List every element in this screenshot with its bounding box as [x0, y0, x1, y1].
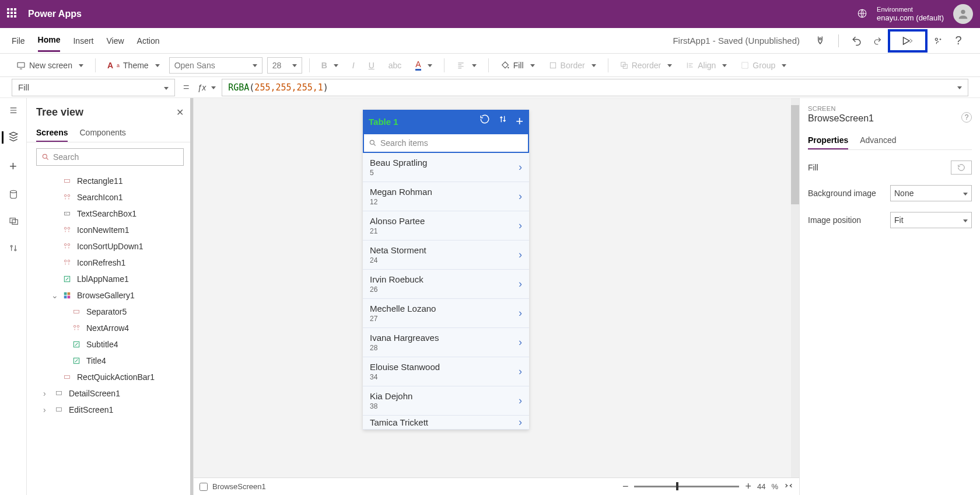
- tree-item[interactable]: ⌄BrowseGallery1: [27, 287, 193, 304]
- tree-item[interactable]: SearchIcon1: [27, 189, 193, 205]
- tab-properties[interactable]: Properties: [808, 132, 848, 149]
- reorder-button[interactable]: Reorder: [615, 58, 677, 72]
- brand-label: Power Apps: [28, 9, 82, 19]
- new-screen-button[interactable]: New screen: [12, 58, 88, 72]
- tree-item[interactable]: Separator5: [27, 304, 193, 320]
- redo-icon[interactable]: [873, 31, 882, 51]
- tree-item[interactable]: TextSearchBox1: [27, 205, 193, 222]
- font-color-button[interactable]: A: [411, 57, 436, 73]
- menu-view[interactable]: View: [106, 30, 124, 51]
- fx-label[interactable]: ƒx: [198, 83, 216, 92]
- tree-item[interactable]: NextArrow4: [27, 320, 193, 336]
- insert-icon[interactable]: +: [9, 159, 17, 174]
- group-button[interactable]: Group: [736, 58, 791, 72]
- tree-item[interactable]: LblAppName1: [27, 271, 193, 287]
- align-button[interactable]: Align: [681, 58, 732, 72]
- tree-item[interactable]: ›DetailScreen1: [27, 385, 193, 402]
- list-item[interactable]: Irvin Roebuck26›: [363, 270, 529, 299]
- tree-tab-components[interactable]: Components: [79, 124, 125, 142]
- tree-view-icon[interactable]: [2, 131, 19, 144]
- tree-item[interactable]: ›EditScreen1: [27, 402, 193, 418]
- tab-advanced[interactable]: Advanced: [860, 132, 896, 149]
- zoom-out-button[interactable]: −: [622, 480, 629, 493]
- zoom-slider[interactable]: [634, 486, 739, 487]
- sort-icon[interactable]: [498, 114, 508, 129]
- app-search-input[interactable]: Search items: [363, 133, 529, 153]
- tree-item[interactable]: IconNewItem1: [27, 222, 193, 238]
- underline-button[interactable]: U: [364, 58, 379, 72]
- data-icon[interactable]: [9, 189, 18, 201]
- canvas-statusbar: BrowseScreen1 − + 44 %: [194, 477, 799, 495]
- list-item[interactable]: Ivana Hargreaves28›: [363, 328, 529, 357]
- tree-search-input[interactable]: Search: [36, 148, 184, 166]
- workarea: + Tree view ✕ Screens Components Search …: [0, 98, 980, 495]
- font-size-select[interactable]: 28: [267, 57, 302, 74]
- tree-item[interactable]: RectQuickActionBar1: [27, 369, 193, 385]
- bold-button[interactable]: B: [317, 58, 343, 72]
- chevron-right-icon: ›: [519, 278, 522, 290]
- tree-tab-screens[interactable]: Screens: [36, 124, 68, 142]
- list-item[interactable]: Alonso Partee21›: [363, 211, 529, 240]
- text-align-button[interactable]: [452, 58, 481, 72]
- app-checker-icon[interactable]: [810, 31, 830, 51]
- border-button[interactable]: Border: [544, 58, 601, 72]
- hamburger-icon[interactable]: [8, 106, 19, 116]
- svg-point-1: [961, 10, 965, 14]
- zoom-in-button[interactable]: +: [745, 480, 751, 493]
- svg-rect-16: [65, 180, 70, 183]
- close-icon[interactable]: ✕: [176, 107, 184, 118]
- add-icon[interactable]: +: [516, 114, 523, 129]
- app-list: Beau Spratling5›Megan Rohman12›Alonso Pa…: [363, 153, 529, 430]
- tree-item[interactable]: IconRefresh1: [27, 255, 193, 271]
- fit-to-window-icon[interactable]: [784, 481, 793, 492]
- share-icon[interactable]: [933, 31, 943, 51]
- menu-file[interactable]: File: [12, 30, 25, 51]
- tree-item[interactable]: Rectangle11: [27, 173, 193, 189]
- environment-label[interactable]: Environment enayu.com (default): [877, 6, 944, 23]
- tree-item[interactable]: IconSortUpDown1: [27, 238, 193, 255]
- vertical-scrollbar[interactable]: [791, 98, 799, 477]
- formula-bar: Fill = ƒx RGBA(255, 255, 255, 1): [0, 77, 980, 98]
- italic-button[interactable]: I: [348, 58, 359, 72]
- svg-point-14: [15, 249, 16, 251]
- app-launcher-icon[interactable]: [7, 8, 19, 20]
- list-item[interactable]: Megan Rohman12›: [363, 182, 529, 211]
- media-icon[interactable]: [8, 217, 19, 228]
- prop-imgpos-select[interactable]: Fit: [890, 212, 972, 228]
- avatar[interactable]: [953, 4, 973, 24]
- preview-button[interactable]: [888, 29, 928, 53]
- strike-button[interactable]: abc: [384, 58, 407, 72]
- resize-handle[interactable]: [190, 98, 193, 495]
- list-item[interactable]: Mechelle Lozano27›: [363, 299, 529, 328]
- formula-input[interactable]: RGBA(255, 255, 255, 1): [222, 79, 968, 96]
- list-item[interactable]: Elouise Stanwood34›: [363, 357, 529, 386]
- prop-imgpos-label: Image position: [808, 215, 861, 225]
- list-item[interactable]: Beau Spratling5›: [363, 153, 529, 182]
- info-icon[interactable]: ?: [961, 112, 972, 123]
- fill-button[interactable]: Fill: [496, 58, 540, 72]
- menu-insert[interactable]: Insert: [73, 30, 93, 51]
- property-selector[interactable]: Fill: [12, 79, 175, 96]
- prop-bgimage-select[interactable]: None: [890, 185, 972, 201]
- svg-point-39: [370, 140, 374, 144]
- list-item[interactable]: Tamica Trickett›: [363, 416, 529, 430]
- tree-item[interactable]: Subtitle4: [27, 336, 193, 353]
- tree-item[interactable]: Title4: [27, 353, 193, 369]
- top-bar: Power Apps Environment enayu.com (defaul…: [0, 0, 980, 28]
- canvas[interactable]: Table 1 + Search items Beau Spratling5›M…: [194, 98, 799, 495]
- menu-home[interactable]: Home: [38, 29, 61, 52]
- refresh-icon[interactable]: [480, 114, 490, 129]
- help-icon[interactable]: ?: [949, 31, 968, 51]
- font-family-select[interactable]: Open Sans: [169, 57, 262, 74]
- chevron-right-icon: ›: [519, 416, 522, 428]
- list-item[interactable]: Neta Storment24›: [363, 240, 529, 270]
- list-item[interactable]: Kia Dejohn38›: [363, 386, 529, 416]
- selection-checkbox[interactable]: [200, 483, 208, 491]
- prop-fill-value[interactable]: [951, 161, 972, 175]
- undo-icon[interactable]: [847, 31, 867, 51]
- menu-action[interactable]: Action: [137, 30, 160, 51]
- tools-icon[interactable]: [9, 243, 18, 255]
- theme-button[interactable]: Aa Theme: [103, 58, 164, 72]
- chevron-down-icon[interactable]: [954, 82, 962, 93]
- app-preview[interactable]: Table 1 + Search items Beau Spratling5›M…: [363, 110, 529, 430]
